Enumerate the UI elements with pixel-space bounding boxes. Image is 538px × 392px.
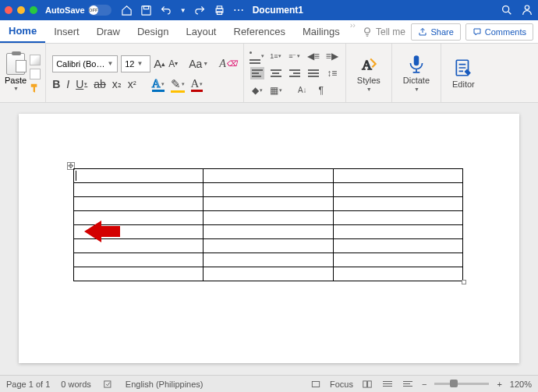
word-count[interactable]: 0 words bbox=[61, 380, 91, 389]
grow-font-button[interactable]: A▴ bbox=[154, 57, 165, 70]
web-layout-button[interactable] bbox=[402, 379, 414, 390]
table-cell[interactable] bbox=[74, 183, 204, 197]
table-cell[interactable] bbox=[333, 239, 462, 253]
font-color-button[interactable]: A▾ bbox=[191, 77, 204, 90]
svg-rect-1 bbox=[143, 5, 148, 9]
shrink-font-button[interactable]: A▾ bbox=[168, 58, 178, 69]
tab-mailings[interactable]: Mailings bbox=[294, 20, 349, 43]
comments-button[interactable]: Comments bbox=[465, 23, 533, 41]
zoom-in-button[interactable]: + bbox=[497, 380, 501, 389]
table-cell[interactable] bbox=[74, 197, 204, 211]
cut-button[interactable] bbox=[30, 55, 41, 65]
redo-icon[interactable] bbox=[194, 5, 206, 16]
save-icon[interactable] bbox=[140, 5, 152, 16]
tab-draw[interactable]: Draw bbox=[88, 20, 129, 43]
styles-button[interactable]: A Styles▼ bbox=[351, 51, 387, 95]
show-marks-button[interactable]: ¶ bbox=[314, 84, 328, 97]
account-icon[interactable] bbox=[521, 4, 533, 16]
table-cell[interactable] bbox=[333, 211, 462, 225]
paste-button[interactable]: Paste ▼ bbox=[5, 53, 27, 94]
subscript-button[interactable]: x₂ bbox=[112, 78, 122, 90]
zoom-out-button[interactable]: − bbox=[422, 380, 427, 389]
table-cell[interactable] bbox=[333, 197, 462, 211]
table-cell[interactable] bbox=[204, 239, 333, 253]
table-cell[interactable] bbox=[204, 267, 333, 281]
table-cell[interactable] bbox=[333, 183, 462, 197]
bullets-button[interactable]: ▾ bbox=[250, 50, 264, 62]
align-center-button[interactable] bbox=[269, 67, 283, 79]
print-icon[interactable] bbox=[214, 5, 225, 16]
undo-dropdown[interactable]: ▼ bbox=[180, 7, 186, 14]
line-spacing-button[interactable]: ↕≡ bbox=[325, 67, 339, 79]
table-cell[interactable] bbox=[333, 225, 462, 239]
table-cell[interactable] bbox=[74, 253, 204, 267]
focus-label[interactable]: Focus bbox=[330, 380, 353, 389]
tab-design[interactable]: Design bbox=[129, 20, 177, 43]
tab-layout[interactable]: Layout bbox=[177, 20, 225, 43]
decrease-indent-button[interactable]: ◀≡ bbox=[306, 50, 320, 62]
page-indicator[interactable]: Page 1 of 1 bbox=[6, 380, 50, 389]
shading-button[interactable]: ◆▾ bbox=[250, 84, 264, 97]
justify-button[interactable] bbox=[306, 67, 320, 79]
change-case-button[interactable]: Aa▼ bbox=[189, 58, 208, 70]
table-cell[interactable] bbox=[204, 197, 333, 211]
strikethrough-button[interactable]: ab bbox=[94, 78, 106, 90]
document-canvas[interactable]: ✥ bbox=[0, 103, 538, 375]
table-cell[interactable] bbox=[333, 169, 462, 183]
format-painter-button[interactable] bbox=[30, 83, 41, 94]
table-resize-handle[interactable] bbox=[462, 280, 466, 284]
focus-mode-button[interactable] bbox=[310, 379, 322, 390]
increase-indent-button[interactable]: ≡▶ bbox=[325, 50, 339, 62]
editor-button[interactable]: Editor bbox=[446, 55, 481, 92]
spellcheck-icon[interactable] bbox=[102, 379, 115, 390]
table-cell[interactable] bbox=[74, 169, 204, 183]
page[interactable]: ✥ bbox=[19, 114, 519, 363]
zoom-slider[interactable] bbox=[434, 383, 489, 385]
maximize-window-button[interactable] bbox=[30, 6, 37, 14]
borders-button[interactable]: ▦▾ bbox=[269, 84, 283, 97]
autosave-toggle[interactable]: AutoSave OFF bbox=[45, 5, 111, 16]
tab-home[interactable]: Home bbox=[0, 20, 45, 43]
tell-me-search[interactable]: Tell me bbox=[362, 20, 405, 43]
copy-button[interactable] bbox=[30, 69, 41, 79]
close-window-button[interactable] bbox=[5, 6, 12, 14]
text-effects-button[interactable]: A▾ bbox=[152, 77, 165, 90]
document-table[interactable] bbox=[73, 168, 463, 281]
table-cell[interactable] bbox=[333, 253, 462, 267]
svg-point-7 bbox=[525, 5, 529, 9]
language-indicator[interactable]: English (Philippines) bbox=[126, 380, 204, 389]
table-cell[interactable] bbox=[204, 183, 333, 197]
more-commands-icon[interactable]: ⋯ bbox=[233, 4, 245, 16]
share-button[interactable]: Share bbox=[411, 23, 460, 41]
italic-button[interactable]: I bbox=[66, 78, 69, 90]
font-name-combo[interactable]: Calibri (Bo…▼ bbox=[52, 55, 118, 72]
table-cell[interactable] bbox=[204, 211, 333, 225]
home-icon[interactable] bbox=[121, 5, 133, 16]
more-tabs-icon[interactable]: ›› bbox=[350, 20, 356, 43]
align-left-button[interactable] bbox=[250, 67, 264, 79]
minimize-window-button[interactable] bbox=[17, 6, 25, 14]
search-icon[interactable] bbox=[501, 4, 513, 16]
underline-button[interactable]: U▾ bbox=[76, 78, 87, 90]
table-cell[interactable] bbox=[204, 225, 333, 239]
table-cell[interactable] bbox=[204, 169, 333, 183]
print-layout-button[interactable] bbox=[381, 379, 394, 390]
read-mode-button[interactable] bbox=[361, 379, 373, 390]
align-right-button[interactable] bbox=[288, 67, 302, 79]
table-cell[interactable] bbox=[333, 267, 462, 281]
table-cell[interactable] bbox=[74, 267, 204, 281]
clear-formatting-button[interactable]: A⌫ bbox=[219, 58, 237, 70]
highlight-button[interactable]: ✎▾ bbox=[171, 77, 185, 91]
tab-insert[interactable]: Insert bbox=[45, 20, 88, 43]
dictate-button[interactable]: Dictate▼ bbox=[397, 51, 436, 95]
tab-references[interactable]: References bbox=[225, 20, 294, 43]
undo-icon[interactable] bbox=[160, 5, 172, 16]
superscript-button[interactable]: x² bbox=[128, 78, 136, 90]
sort-button[interactable]: A↓ bbox=[296, 84, 310, 97]
table-cell[interactable] bbox=[204, 253, 333, 267]
font-size-combo[interactable]: 12▼ bbox=[121, 55, 150, 72]
zoom-level[interactable]: 120% bbox=[510, 380, 532, 389]
bold-button[interactable]: B bbox=[52, 78, 60, 90]
multilevel-list-button[interactable]: ≡⁻▾ bbox=[288, 50, 302, 62]
numbering-button[interactable]: 1≡▾ bbox=[269, 50, 283, 62]
